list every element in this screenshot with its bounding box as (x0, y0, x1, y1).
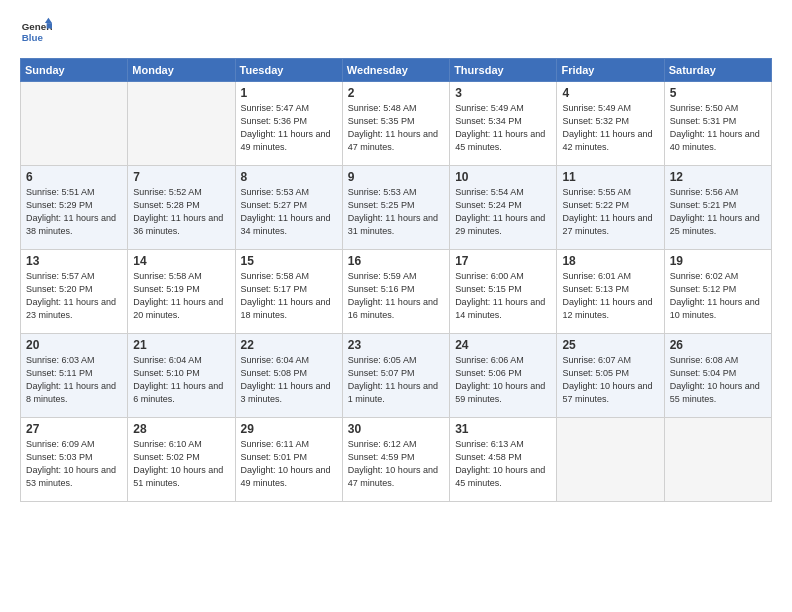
sun-info: Sunrise: 5:49 AM Sunset: 5:32 PM Dayligh… (562, 102, 658, 154)
calendar-cell: 26Sunrise: 6:08 AM Sunset: 5:04 PM Dayli… (664, 334, 771, 418)
sun-info: Sunrise: 6:07 AM Sunset: 5:05 PM Dayligh… (562, 354, 658, 406)
calendar-cell: 12Sunrise: 5:56 AM Sunset: 5:21 PM Dayli… (664, 166, 771, 250)
day-number: 2 (348, 86, 444, 100)
calendar-cell: 27Sunrise: 6:09 AM Sunset: 5:03 PM Dayli… (21, 418, 128, 502)
day-number: 26 (670, 338, 766, 352)
sun-info: Sunrise: 6:00 AM Sunset: 5:15 PM Dayligh… (455, 270, 551, 322)
sun-info: Sunrise: 6:02 AM Sunset: 5:12 PM Dayligh… (670, 270, 766, 322)
calendar-cell (21, 82, 128, 166)
day-number: 17 (455, 254, 551, 268)
day-number: 21 (133, 338, 229, 352)
day-number: 16 (348, 254, 444, 268)
day-number: 12 (670, 170, 766, 184)
calendar-cell: 5Sunrise: 5:50 AM Sunset: 5:31 PM Daylig… (664, 82, 771, 166)
day-number: 28 (133, 422, 229, 436)
svg-marker-3 (47, 23, 52, 28)
day-number: 11 (562, 170, 658, 184)
calendar-cell: 15Sunrise: 5:58 AM Sunset: 5:17 PM Dayli… (235, 250, 342, 334)
calendar-cell: 7Sunrise: 5:52 AM Sunset: 5:28 PM Daylig… (128, 166, 235, 250)
calendar-cell: 4Sunrise: 5:49 AM Sunset: 5:32 PM Daylig… (557, 82, 664, 166)
calendar-page: General Blue SundayMondayTuesdayWednesda… (0, 0, 792, 612)
calendar-cell: 21Sunrise: 6:04 AM Sunset: 5:10 PM Dayli… (128, 334, 235, 418)
day-number: 25 (562, 338, 658, 352)
day-number: 23 (348, 338, 444, 352)
calendar-cell: 2Sunrise: 5:48 AM Sunset: 5:35 PM Daylig… (342, 82, 449, 166)
sun-info: Sunrise: 5:47 AM Sunset: 5:36 PM Dayligh… (241, 102, 337, 154)
sun-info: Sunrise: 6:08 AM Sunset: 5:04 PM Dayligh… (670, 354, 766, 406)
sun-info: Sunrise: 5:53 AM Sunset: 5:25 PM Dayligh… (348, 186, 444, 238)
svg-text:Blue: Blue (22, 32, 44, 43)
day-number: 22 (241, 338, 337, 352)
logo-icon: General Blue (20, 16, 52, 48)
weekday-header-sunday: Sunday (21, 59, 128, 82)
day-number: 10 (455, 170, 551, 184)
weekday-header-tuesday: Tuesday (235, 59, 342, 82)
calendar-cell: 18Sunrise: 6:01 AM Sunset: 5:13 PM Dayli… (557, 250, 664, 334)
sun-info: Sunrise: 5:57 AM Sunset: 5:20 PM Dayligh… (26, 270, 122, 322)
day-number: 18 (562, 254, 658, 268)
sun-info: Sunrise: 6:04 AM Sunset: 5:10 PM Dayligh… (133, 354, 229, 406)
calendar-cell: 16Sunrise: 5:59 AM Sunset: 5:16 PM Dayli… (342, 250, 449, 334)
calendar-cell: 6Sunrise: 5:51 AM Sunset: 5:29 PM Daylig… (21, 166, 128, 250)
calendar-cell: 28Sunrise: 6:10 AM Sunset: 5:02 PM Dayli… (128, 418, 235, 502)
day-number: 27 (26, 422, 122, 436)
sun-info: Sunrise: 5:56 AM Sunset: 5:21 PM Dayligh… (670, 186, 766, 238)
sun-info: Sunrise: 6:11 AM Sunset: 5:01 PM Dayligh… (241, 438, 337, 490)
sun-info: Sunrise: 5:50 AM Sunset: 5:31 PM Dayligh… (670, 102, 766, 154)
day-number: 9 (348, 170, 444, 184)
weekday-header-row: SundayMondayTuesdayWednesdayThursdayFrid… (21, 59, 772, 82)
weekday-header-monday: Monday (128, 59, 235, 82)
calendar-cell: 20Sunrise: 6:03 AM Sunset: 5:11 PM Dayli… (21, 334, 128, 418)
day-number: 1 (241, 86, 337, 100)
day-number: 3 (455, 86, 551, 100)
day-number: 31 (455, 422, 551, 436)
day-number: 14 (133, 254, 229, 268)
day-number: 24 (455, 338, 551, 352)
calendar-cell: 11Sunrise: 5:55 AM Sunset: 5:22 PM Dayli… (557, 166, 664, 250)
calendar-table: SundayMondayTuesdayWednesdayThursdayFrid… (20, 58, 772, 502)
weekday-header-saturday: Saturday (664, 59, 771, 82)
calendar-cell: 30Sunrise: 6:12 AM Sunset: 4:59 PM Dayli… (342, 418, 449, 502)
sun-info: Sunrise: 6:03 AM Sunset: 5:11 PM Dayligh… (26, 354, 122, 406)
weekday-header-wednesday: Wednesday (342, 59, 449, 82)
sun-info: Sunrise: 5:55 AM Sunset: 5:22 PM Dayligh… (562, 186, 658, 238)
sun-info: Sunrise: 5:53 AM Sunset: 5:27 PM Dayligh… (241, 186, 337, 238)
calendar-cell (664, 418, 771, 502)
calendar-week-row: 13Sunrise: 5:57 AM Sunset: 5:20 PM Dayli… (21, 250, 772, 334)
calendar-cell: 3Sunrise: 5:49 AM Sunset: 5:34 PM Daylig… (450, 82, 557, 166)
weekday-header-friday: Friday (557, 59, 664, 82)
calendar-cell: 10Sunrise: 5:54 AM Sunset: 5:24 PM Dayli… (450, 166, 557, 250)
calendar-cell: 29Sunrise: 6:11 AM Sunset: 5:01 PM Dayli… (235, 418, 342, 502)
sun-info: Sunrise: 6:01 AM Sunset: 5:13 PM Dayligh… (562, 270, 658, 322)
weekday-header-thursday: Thursday (450, 59, 557, 82)
day-number: 15 (241, 254, 337, 268)
calendar-cell (128, 82, 235, 166)
calendar-cell: 9Sunrise: 5:53 AM Sunset: 5:25 PM Daylig… (342, 166, 449, 250)
calendar-week-row: 27Sunrise: 6:09 AM Sunset: 5:03 PM Dayli… (21, 418, 772, 502)
day-number: 20 (26, 338, 122, 352)
calendar-cell (557, 418, 664, 502)
calendar-cell: 1Sunrise: 5:47 AM Sunset: 5:36 PM Daylig… (235, 82, 342, 166)
sun-info: Sunrise: 5:48 AM Sunset: 5:35 PM Dayligh… (348, 102, 444, 154)
day-number: 8 (241, 170, 337, 184)
calendar-week-row: 1Sunrise: 5:47 AM Sunset: 5:36 PM Daylig… (21, 82, 772, 166)
calendar-cell: 23Sunrise: 6:05 AM Sunset: 5:07 PM Dayli… (342, 334, 449, 418)
calendar-week-row: 20Sunrise: 6:03 AM Sunset: 5:11 PM Dayli… (21, 334, 772, 418)
sun-info: Sunrise: 6:09 AM Sunset: 5:03 PM Dayligh… (26, 438, 122, 490)
day-number: 13 (26, 254, 122, 268)
day-number: 19 (670, 254, 766, 268)
day-number: 6 (26, 170, 122, 184)
day-number: 29 (241, 422, 337, 436)
calendar-cell: 13Sunrise: 5:57 AM Sunset: 5:20 PM Dayli… (21, 250, 128, 334)
day-number: 4 (562, 86, 658, 100)
sun-info: Sunrise: 6:13 AM Sunset: 4:58 PM Dayligh… (455, 438, 551, 490)
sun-info: Sunrise: 6:10 AM Sunset: 5:02 PM Dayligh… (133, 438, 229, 490)
calendar-cell: 14Sunrise: 5:58 AM Sunset: 5:19 PM Dayli… (128, 250, 235, 334)
sun-info: Sunrise: 5:59 AM Sunset: 5:16 PM Dayligh… (348, 270, 444, 322)
sun-info: Sunrise: 5:54 AM Sunset: 5:24 PM Dayligh… (455, 186, 551, 238)
day-number: 30 (348, 422, 444, 436)
calendar-cell: 19Sunrise: 6:02 AM Sunset: 5:12 PM Dayli… (664, 250, 771, 334)
calendar-cell: 17Sunrise: 6:00 AM Sunset: 5:15 PM Dayli… (450, 250, 557, 334)
day-number: 7 (133, 170, 229, 184)
day-number: 5 (670, 86, 766, 100)
